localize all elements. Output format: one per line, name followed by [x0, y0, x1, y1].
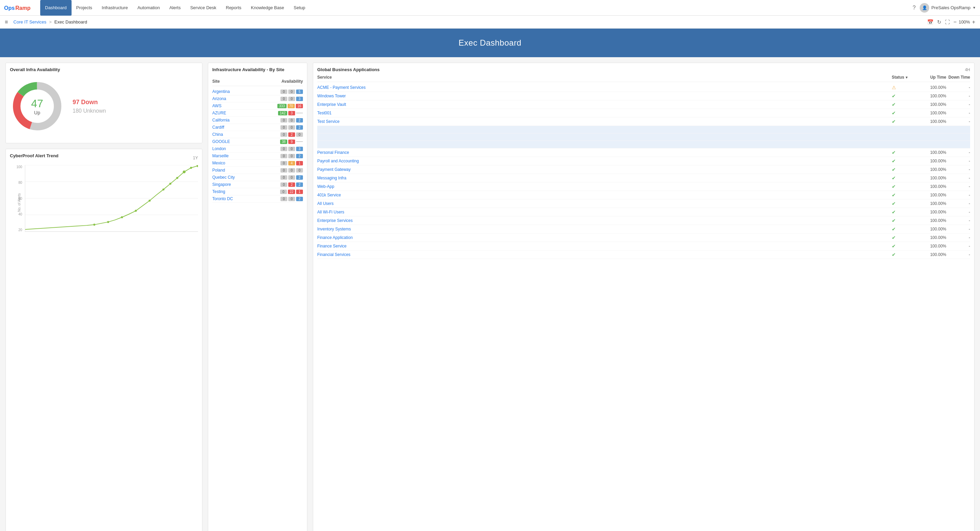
- site-name[interactable]: London: [212, 146, 226, 151]
- gba-service-name[interactable]: ACME - Payment Services: [317, 85, 892, 90]
- gba-service-name[interactable]: Payment Gateway: [317, 167, 892, 172]
- site-row: Toronto DC 0 0 2: [212, 195, 303, 203]
- site-name[interactable]: Singapore: [212, 182, 231, 187]
- cyberproof-title: CyberProof Alert Trend: [10, 153, 59, 158]
- gba-service-name[interactable]: Inventory Systems: [317, 227, 892, 231]
- badge-orange: 0: [288, 125, 295, 130]
- gba-service-name[interactable]: Windows Tower: [317, 94, 892, 98]
- gba-row: Windows Tower ✔ 100.00% -: [317, 92, 970, 100]
- badge-green: 0: [280, 132, 287, 137]
- nav-item-reports[interactable]: Reports: [221, 0, 247, 16]
- gba-blank-row: [317, 133, 970, 141]
- gba-service-name[interactable]: Financial Services: [317, 252, 892, 257]
- nav-item-automation[interactable]: Automation: [132, 0, 165, 16]
- main-content: Overall Infra Availability 47 Up: [0, 57, 980, 531]
- svg-point-10: [93, 223, 95, 226]
- site-badges: 0 2 0: [280, 132, 303, 137]
- gba-downtime: -: [946, 176, 970, 181]
- infra-availability-title: Overall Infra Availability: [10, 67, 198, 72]
- gba-blank-row: [317, 126, 970, 133]
- gba-downtime: -: [946, 252, 970, 257]
- gba-service-name[interactable]: Messaging Infra: [317, 176, 892, 181]
- gba-service-name[interactable]: Test Service: [317, 119, 892, 124]
- gba-row: Test001 ✔ 100.00% -: [317, 109, 970, 117]
- badge-orange: 3: [288, 111, 295, 116]
- gba-row: Messaging Infra ✔ 100.00% -: [317, 174, 970, 182]
- site-row: China 0 2 0: [212, 131, 303, 138]
- menu-icon[interactable]: ≡: [5, 19, 8, 25]
- badge-orange: 0: [288, 168, 295, 173]
- gba-uptime: 100.00%: [919, 244, 946, 249]
- nav-item-servicedesk[interactable]: Service Desk: [185, 0, 221, 16]
- gba-service-name[interactable]: All Wi-Fi Users: [317, 210, 892, 214]
- left-panel: Overall Infra Availability 47 Up: [0, 57, 208, 531]
- gba-uptime: 100.00%: [919, 94, 946, 98]
- refresh-icon[interactable]: ↻: [937, 19, 942, 25]
- badge-green: 0: [280, 190, 287, 194]
- y-axis-title: No. of Alerts: [18, 193, 21, 212]
- fullscreen-icon[interactable]: ⛶: [945, 19, 950, 25]
- site-badges: 0 0 2: [280, 197, 303, 201]
- site-name[interactable]: Quebec City: [212, 175, 235, 180]
- gba-service-name[interactable]: 401k Service: [317, 193, 892, 197]
- badge-orange: 22: [288, 190, 295, 194]
- gba-service-name[interactable]: Enterprise Vault: [317, 102, 892, 107]
- site-name[interactable]: Mexico: [212, 161, 225, 165]
- site-badges: 0 0 0: [280, 168, 303, 173]
- gba-service-name[interactable]: Payroll and Accounting: [317, 159, 892, 163]
- badge-blue: [296, 113, 303, 113]
- dashboard-header: Exec Dashboard: [0, 29, 980, 57]
- dashboard-title: Exec Dashboard: [459, 38, 521, 47]
- nav-item-alerts[interactable]: Alerts: [165, 0, 185, 16]
- site-name[interactable]: Poland: [212, 168, 225, 173]
- help-icon[interactable]: ?: [913, 5, 916, 11]
- gba-service-name[interactable]: Finance Application: [317, 235, 892, 240]
- col-downtime-label: Down Time: [946, 75, 970, 80]
- nav-logo[interactable]: Ops Ramp: [4, 3, 35, 13]
- nav-item-projects[interactable]: Projects: [72, 0, 97, 16]
- donut-center: 47 Up: [31, 97, 43, 116]
- site-badges: 0 2 2: [280, 182, 303, 187]
- gba-service-name[interactable]: All Users: [317, 201, 892, 206]
- gba-service-name[interactable]: Personal Finance: [317, 150, 892, 155]
- site-name[interactable]: Argentina: [212, 89, 230, 94]
- calendar-icon[interactable]: 📅: [927, 19, 934, 25]
- gba-service-name[interactable]: Test001: [317, 111, 892, 116]
- gba-uptime: 100.00%: [919, 111, 946, 116]
- nav-item-knowledgebase[interactable]: Knowledge Base: [246, 0, 289, 16]
- nav-item-infrastructure[interactable]: Infrastructure: [97, 0, 133, 16]
- site-name[interactable]: Cardiff: [212, 125, 224, 130]
- gba-rows: ACME - Payment Services ⚠ 100.00% - Wind…: [317, 83, 970, 259]
- status-ok-icon: ✔: [892, 175, 896, 181]
- site-row: GOOGLE 38 9: [212, 138, 303, 145]
- gba-uptime: 100.00%: [919, 176, 946, 181]
- status-ok-icon: ✔: [892, 243, 896, 249]
- site-row: Quebec City 0 0 2: [212, 174, 303, 181]
- breadcrumb-parent[interactable]: Core IT Services: [13, 19, 46, 24]
- site-name[interactable]: GOOGLE: [212, 139, 230, 144]
- site-name[interactable]: AWS: [212, 103, 221, 108]
- site-name[interactable]: California: [212, 118, 230, 122]
- gba-service-name[interactable]: Web-App: [317, 184, 892, 189]
- nav-item-dashboard[interactable]: Dashboard: [40, 0, 72, 16]
- gba-row: Financial Services ✔ 100.00% -: [317, 250, 970, 259]
- gba-service-name[interactable]: Enterprise Services: [317, 218, 892, 223]
- site-row: California 0 0 2: [212, 117, 303, 124]
- zoom-in-button[interactable]: +: [972, 19, 975, 25]
- user-menu[interactable]: 👤 PreSales OpsRamp ▼: [920, 3, 976, 13]
- site-name[interactable]: Testing: [212, 189, 225, 194]
- badge-blue: 2: [296, 118, 303, 122]
- y-label-40: 40: [10, 212, 24, 216]
- gba-uptime: 100.00%: [919, 235, 946, 240]
- site-name[interactable]: China: [212, 132, 223, 137]
- gba-uptime: 100.00%: [919, 119, 946, 124]
- site-name[interactable]: Arizona: [212, 96, 226, 101]
- zoom-out-button[interactable]: −: [953, 19, 956, 25]
- site-badges: 0 0 2: [280, 118, 303, 122]
- site-name[interactable]: AZURE: [212, 111, 226, 116]
- site-name[interactable]: Marseille: [212, 154, 229, 158]
- site-badges: 0 4 1: [280, 161, 303, 165]
- site-name[interactable]: Toronto DC: [212, 197, 233, 201]
- nav-item-setup[interactable]: Setup: [289, 0, 310, 16]
- gba-service-name[interactable]: Finance Service: [317, 244, 892, 249]
